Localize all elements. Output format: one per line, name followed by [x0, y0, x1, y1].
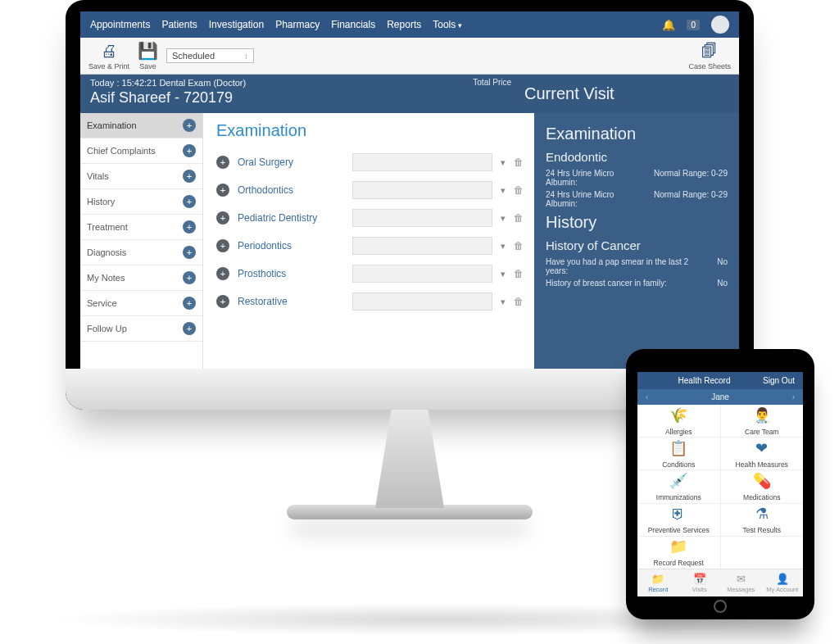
leftnav-item-diagnosis[interactable]: Diagnosis+: [80, 240, 202, 265]
exam-value-input[interactable]: [352, 293, 492, 311]
tab-messages[interactable]: ✉Messages: [720, 569, 762, 596]
tile-preventive-services[interactable]: ⛨Preventive Services: [637, 504, 720, 536]
leftnav-item-examination[interactable]: Examination+: [80, 113, 202, 138]
plus-icon[interactable]: +: [216, 184, 229, 197]
imac-bezel: Appointments Patients Investigation Phar…: [66, 0, 754, 410]
app-body: Examination+Chief Complaints+Vitals+Hist…: [80, 113, 739, 369]
plus-icon[interactable]: +: [216, 267, 229, 280]
tile-record-request[interactable]: 📁Record Request: [637, 537, 720, 569]
plus-icon[interactable]: +: [216, 156, 229, 169]
leftnav-item-label: Examination: [87, 120, 137, 130]
preventive-services-icon: ⛨: [671, 506, 686, 523]
trash-icon[interactable]: 🗑: [514, 212, 524, 224]
leftnav-item-my-notes[interactable]: My Notes+: [80, 265, 202, 291]
exam-value-input[interactable]: [352, 265, 492, 283]
leftnav-item-vitals[interactable]: Vitals+: [80, 164, 202, 189]
menu-financials[interactable]: Financials: [331, 19, 375, 30]
plus-icon[interactable]: +: [183, 220, 196, 234]
tile-test-results[interactable]: ⚗Test Results: [721, 504, 804, 536]
context-left: Today : 15:42:21 Dental Exam (Doctor) As…: [90, 78, 460, 107]
leftnav-item-history[interactable]: History+: [80, 189, 202, 215]
leftnav-item-chief-complaints[interactable]: Chief Complaints+: [80, 138, 202, 164]
tile-immunizations[interactable]: 💉Immunizations: [637, 470, 720, 502]
tile-label: Health Measures: [736, 460, 788, 469]
tile-conditions[interactable]: 📋Conditions: [637, 438, 720, 469]
plus-icon[interactable]: +: [183, 246, 196, 259]
plus-icon[interactable]: +: [183, 297, 196, 310]
menu-patients[interactable]: Patients: [161, 19, 197, 30]
trash-icon[interactable]: 🗑: [514, 184, 524, 196]
tab-visits[interactable]: 📅Visits: [679, 569, 721, 596]
exam-value-input[interactable]: [352, 153, 492, 171]
tab-label: Record: [648, 586, 668, 593]
tile-allergies[interactable]: 🌾Allergies: [637, 405, 720, 437]
leftnav-item-label: History: [87, 197, 115, 206]
save-print-button[interactable]: 🖨 Save & Print: [88, 42, 129, 70]
leftnav-item-treatment[interactable]: Treatment+: [80, 215, 202, 240]
chevron-down-icon[interactable]: ▾: [501, 213, 506, 224]
ipad-mockup: Health Record Sign Out ‹ Jane › 🌾Allergi…: [626, 349, 814, 619]
ipad-home-button[interactable]: [714, 600, 727, 613]
tile-health-measures[interactable]: ❤Health Measures: [721, 438, 804, 469]
save-button[interactable]: 💾 Save: [138, 41, 158, 70]
avatar[interactable]: [711, 16, 729, 34]
plus-icon[interactable]: +: [183, 144, 196, 157]
chevron-down-icon[interactable]: ▾: [501, 269, 506, 279]
tab-record[interactable]: 📁Record: [637, 569, 679, 596]
leftnav-item-label: Treatment: [87, 222, 128, 232]
menu-investigation[interactable]: Investigation: [209, 19, 264, 30]
save-print-label: Save & Print: [88, 62, 129, 70]
exam-value-input[interactable]: [352, 181, 492, 199]
chevron-down-icon[interactable]: ▾: [501, 241, 506, 252]
tab-my-account[interactable]: 👤My Account: [762, 569, 804, 596]
case-sheets-button[interactable]: 🗐 Case Sheets: [688, 42, 731, 70]
menu-appointments[interactable]: Appointments: [90, 19, 150, 30]
trash-icon[interactable]: 🗑: [514, 296, 524, 307]
chevron-left-icon[interactable]: ‹: [646, 392, 648, 401]
menu-pharmacy[interactable]: Pharmacy: [275, 19, 320, 30]
imac-stand: [348, 410, 471, 508]
plus-icon[interactable]: +: [216, 211, 229, 224]
kv-key: History of breast cancer in family:: [546, 279, 710, 288]
leftnav-item-service[interactable]: Service+: [80, 291, 202, 316]
chevron-down-icon[interactable]: ▾: [501, 297, 506, 307]
tile-care-team[interactable]: 👨‍⚕️Care Team: [721, 405, 804, 437]
plus-icon[interactable]: +: [216, 295, 229, 308]
plus-icon[interactable]: +: [183, 322, 196, 335]
tile-label: Allergies: [665, 428, 692, 436]
leftnav-item-follow-up[interactable]: Follow Up+: [80, 316, 202, 342]
case-sheets-label: Case Sheets: [688, 62, 731, 70]
exam-rows: +Oral Surgery▾🗑+Orthodontics▾🗑+Pediatric…: [216, 148, 521, 315]
rp-endo-rows: 24 Hrs Urine Micro Albumin:Normal Range:…: [546, 169, 728, 208]
tile-label: Immunizations: [656, 493, 701, 501]
plus-icon[interactable]: +: [183, 195, 196, 208]
save-label: Save: [139, 62, 156, 70]
rp-hist-rows: Have you had a pap smear in the last 2 y…: [546, 257, 728, 288]
trash-icon[interactable]: 🗑: [514, 240, 524, 252]
menu-reports[interactable]: Reports: [387, 19, 421, 30]
exam-row: +Pediatric Dentistry▾🗑: [216, 204, 521, 232]
leftnav-item-label: My Notes: [87, 273, 125, 283]
record-request-icon: 📁: [669, 537, 687, 556]
ehr-app: Appointments Patients Investigation Phar…: [80, 11, 739, 369]
trash-icon[interactable]: 🗑: [514, 156, 524, 168]
trash-icon[interactable]: 🗑: [514, 268, 524, 279]
chevron-down-icon[interactable]: ▾: [501, 157, 506, 168]
bell-icon[interactable]: 🔔: [662, 19, 675, 31]
exam-value-input[interactable]: [352, 209, 492, 227]
plus-icon[interactable]: +: [183, 170, 196, 183]
messages-icon: ✉: [737, 573, 746, 585]
chevron-down-icon[interactable]: ▾: [501, 185, 506, 196]
plus-icon[interactable]: +: [183, 119, 196, 132]
plus-icon[interactable]: +: [183, 271, 196, 284]
chevron-right-icon[interactable]: ›: [792, 392, 795, 401]
menu-tools[interactable]: Tools: [433, 19, 462, 30]
plus-icon[interactable]: +: [216, 239, 229, 252]
exam-value-input[interactable]: [352, 237, 492, 255]
ipad-subbar[interactable]: ‹ Jane ›: [637, 389, 803, 405]
exam-row: +Prosthotics▾🗑: [216, 260, 521, 288]
scheduled-select[interactable]: Scheduled: [166, 48, 254, 63]
ipad-signout[interactable]: Sign Out: [763, 376, 795, 385]
tile-medications[interactable]: 💊Medications: [721, 470, 804, 502]
center-panel: Examination +Oral Surgery▾🗑+Orthodontics…: [203, 113, 534, 369]
